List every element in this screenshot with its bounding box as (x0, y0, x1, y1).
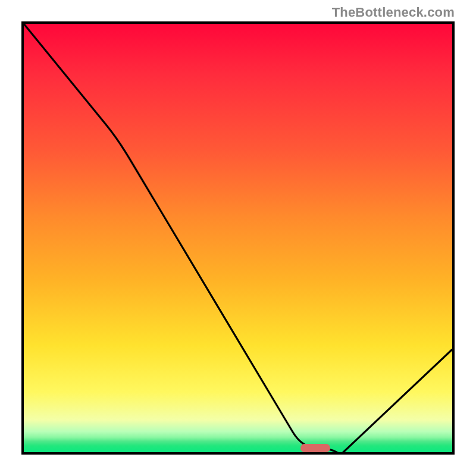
chart-container: TheBottleneck.com (0, 0, 476, 476)
optimal-marker (300, 444, 330, 452)
curve-svg (24, 24, 452, 452)
watermark-text: TheBottleneck.com (332, 5, 455, 20)
plot-area (21, 21, 455, 455)
bottleneck-curve (24, 24, 452, 452)
